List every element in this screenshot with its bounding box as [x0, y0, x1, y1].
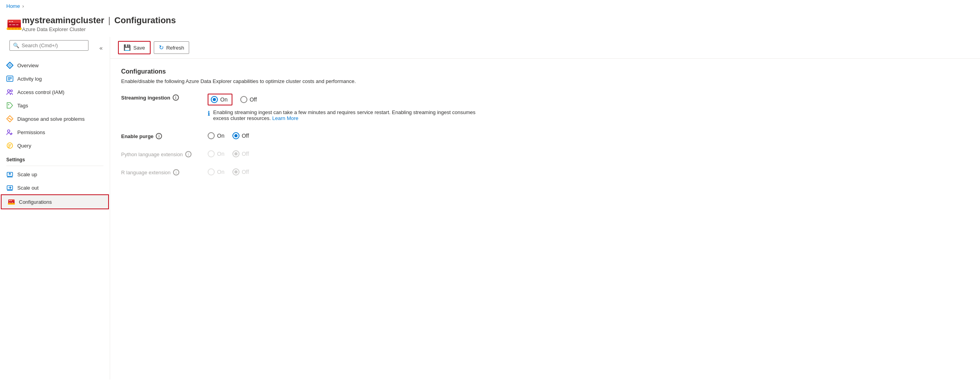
svg-point-19: [11, 90, 13, 92]
svg-rect-4: [9, 24, 11, 25]
python-language-radio-group: On Off: [208, 150, 249, 157]
configurations-icon: [8, 198, 15, 205]
section-title: Configurations: [121, 68, 969, 75]
refresh-label: Refresh: [166, 45, 184, 51]
collapse-button[interactable]: «: [96, 42, 107, 54]
svg-rect-39: [11, 202, 13, 203]
nav-item-permissions[interactable]: Permissions: [0, 125, 110, 139]
streaming-ingestion-on-label: On: [220, 96, 228, 103]
breadcrumb: Home ›: [0, 0, 980, 12]
svg-rect-43: [13, 203, 14, 204]
streaming-ingestion-row: Streaming ingestion i On: [121, 94, 969, 121]
enable-purge-off-dot: [234, 134, 238, 137]
r-language-controls: On Off: [208, 168, 249, 175]
nav-item-iam[interactable]: Access control (IAM): [0, 85, 110, 99]
streaming-ingestion-info-banner: ℹ Enabling streaming ingest can take a f…: [208, 109, 483, 121]
nav-label-overview: Overview: [17, 63, 39, 68]
svg-rect-36: [9, 200, 10, 201]
python-language-off-label: Off: [242, 151, 249, 157]
svg-rect-3: [11, 21, 13, 22]
cluster-name: mystreamingcluster: [22, 15, 104, 26]
enable-purge-info-icon[interactable]: i: [156, 133, 162, 139]
nav-item-scale-up[interactable]: Scale up: [0, 168, 110, 181]
refresh-button[interactable]: ↻ Refresh: [154, 41, 190, 54]
svg-rect-2: [9, 21, 11, 22]
svg-rect-11: [18, 28, 20, 30]
nav-item-overview[interactable]: Overview: [0, 59, 110, 72]
r-language-off-dot: [234, 170, 238, 173]
enable-purge-off-radio[interactable]: [232, 132, 239, 139]
svg-rect-42: [11, 203, 12, 204]
nav-item-tags[interactable]: Tags: [0, 99, 110, 112]
nav-label-scale-out: Scale out: [17, 185, 39, 191]
nav-label-query: Query: [17, 143, 31, 149]
svg-point-21: [7, 130, 10, 132]
nav-item-query[interactable]: Query: [0, 139, 110, 152]
r-language-on-label: On: [217, 169, 225, 175]
r-language-row: R language extension i On: [121, 168, 969, 175]
page-subtitle: Azure Data Explorer Cluster: [22, 26, 176, 32]
streaming-ingestion-info-icon[interactable]: i: [173, 94, 179, 101]
search-row: 🔍 «: [0, 40, 110, 59]
nav-item-configurations[interactable]: Configurations: [1, 194, 109, 209]
enable-purge-radio-group: On Off: [208, 132, 249, 139]
python-language-on-radio: [208, 150, 215, 157]
streaming-ingestion-off-label: Off: [250, 96, 257, 103]
svg-rect-8: [8, 28, 11, 30]
enable-purge-on-radio[interactable]: [208, 132, 215, 139]
streaming-ingestion-on-option[interactable]: On: [208, 94, 232, 105]
python-language-controls: On Off: [208, 150, 249, 157]
streaming-ingestion-on-dot: [213, 98, 216, 101]
r-language-info-icon[interactable]: i: [173, 169, 179, 175]
header-divider: |: [108, 15, 111, 26]
streaming-ingestion-off-radio[interactable]: [240, 96, 247, 103]
configurations-content: Configurations Enable/disable the follow…: [110, 59, 980, 196]
section-description: Enable/disable the following Azure Data …: [121, 78, 969, 84]
learn-more-link[interactable]: Learn More: [272, 115, 298, 121]
python-language-off-option: Off: [232, 150, 249, 157]
svg-point-20: [8, 104, 9, 105]
nav-label-iam: Access control (IAM): [17, 89, 64, 95]
search-input[interactable]: [22, 42, 85, 48]
python-language-info-icon[interactable]: i: [185, 151, 192, 157]
save-button[interactable]: 💾 Save: [118, 41, 151, 54]
python-language-off-dot: [234, 152, 238, 155]
svg-rect-41: [9, 203, 10, 204]
sidebar: 🔍 « Overview: [0, 37, 110, 380]
nav-label-diagnose: Diagnose and solve problems: [17, 116, 85, 122]
streaming-ingestion-controls: On Off ℹ Enabling streaming ingest can t…: [208, 94, 483, 121]
iam-icon: [6, 89, 13, 96]
tags-icon: [6, 102, 13, 109]
search-icon: 🔍: [13, 42, 19, 48]
python-language-on-label: On: [217, 151, 225, 157]
permissions-icon: [6, 129, 13, 136]
enable-purge-on-option[interactable]: On: [208, 132, 225, 139]
settings-section-label: Settings: [0, 152, 110, 164]
settings-divider: [6, 166, 103, 166]
streaming-ingestion-on-radio[interactable]: [211, 96, 218, 103]
enable-purge-label: Enable purge i: [121, 132, 208, 139]
search-box[interactable]: 🔍: [9, 40, 88, 51]
breadcrumb-home[interactable]: Home: [6, 3, 20, 9]
python-language-off-radio: [232, 150, 239, 157]
info-banner-icon: ℹ: [208, 110, 210, 117]
r-language-off-option: Off: [232, 168, 249, 175]
enable-purge-off-option[interactable]: Off: [232, 132, 249, 139]
nav-label-permissions: Permissions: [17, 129, 45, 135]
svg-rect-9: [11, 28, 14, 30]
nav-item-activity-log[interactable]: Activity log: [0, 72, 110, 85]
nav-item-diagnose[interactable]: Diagnose and solve problems: [0, 112, 110, 125]
r-language-on-radio: [208, 168, 215, 175]
main-content: 💾 Save ↻ Refresh Configurations Enable/d…: [110, 37, 980, 380]
cluster-icon: [6, 16, 22, 32]
streaming-ingestion-label: Streaming ingestion i: [121, 94, 208, 101]
enable-purge-controls: On Off: [208, 132, 249, 139]
nav-item-scale-out[interactable]: Scale out: [0, 181, 110, 194]
streaming-ingestion-off-option[interactable]: Off: [240, 96, 257, 103]
toolbar: 💾 Save ↻ Refresh: [110, 37, 980, 59]
enable-purge-off-label: Off: [242, 133, 249, 139]
enable-purge-row: Enable purge i On: [121, 132, 969, 139]
nav-label-configurations: Configurations: [19, 199, 52, 205]
main-layout: 🔍 « Overview: [0, 37, 980, 380]
python-language-on-option: On: [208, 150, 225, 157]
